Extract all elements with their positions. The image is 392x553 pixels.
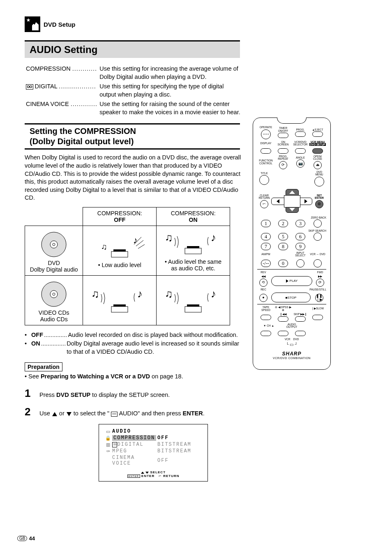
page-number: 44 [29, 535, 35, 541]
dvd-menu-button[interactable] [314, 177, 324, 187]
num-4-button[interactable]: 4 [261, 233, 271, 240]
display-button[interactable] [261, 148, 271, 154]
fwd-button[interactable]: ⟳ [316, 279, 324, 287]
label-angle: ANGLE [296, 156, 305, 159]
dvd-setup-button[interactable] [312, 148, 323, 154]
label-rec: REC [261, 288, 266, 291]
label-zero-back: ZERO BACK [257, 216, 326, 219]
setting-label-cinema-voice: CINEMA VOICE ............. [25, 100, 98, 117]
dpad-up-button[interactable] [286, 189, 299, 196]
num-7-button[interactable]: 7 [261, 243, 271, 250]
svg-text:♪: ♪ [133, 235, 138, 245]
svg-rect-18 [111, 306, 128, 312]
open-close-button[interactable]: ⏏ [314, 161, 322, 169]
dpad-center [284, 195, 300, 207]
operate-button[interactable] [261, 129, 271, 139]
svg-text:♫: ♫ [165, 231, 173, 244]
pause-still-button[interactable]: ❚❚ ❘▶ [315, 294, 323, 302]
skip-next-button[interactable] [295, 316, 306, 322]
cell-videocd-off: ♫ ♪ [83, 275, 157, 325]
svg-text:♪: ♪ [137, 288, 143, 300]
vcr-dvd-toggle-button[interactable] [314, 259, 322, 267]
dpad-left-button[interactable] [271, 198, 284, 205]
osd-val-mpeg: BITSTREAM [157, 448, 203, 454]
section-header-text: DVD Setup [44, 21, 76, 28]
osd-title: AUDIO [112, 429, 157, 434]
bullet-on: • ON ............... Dolby Digital avera… [25, 340, 242, 356]
osd-row-compression: COMPRESSION [112, 435, 156, 441]
title-button[interactable] [259, 175, 269, 185]
zero-back-button[interactable] [314, 219, 322, 228]
label-rev: REV [261, 271, 266, 274]
remote-control: OPERATE TIMER ON/OFF PROG. ▲EJECT DISPLA… [253, 118, 331, 370]
dolby-icon: DO [26, 84, 33, 90]
angle-button[interactable]: 📷 [296, 159, 304, 168]
num-2-button[interactable]: 2 [278, 220, 288, 227]
label-timer: TIMER ON/OFF [278, 127, 288, 132]
section-header: DVD Setup [25, 16, 367, 32]
svg-text:♫: ♫ [91, 288, 99, 300]
label-eject: ▲EJECT [312, 128, 323, 131]
stop-button[interactable]: ■ STOP [271, 293, 311, 302]
label-slow: SLOW [316, 307, 324, 310]
set-enter-button[interactable]: ⊙ [315, 200, 323, 208]
eject-button[interactable] [312, 131, 323, 137]
dpad-right-button[interactable] [299, 198, 312, 205]
num-1-button[interactable]: 1 [261, 220, 271, 227]
cell-dvd-off: ♫ ♪ • Low audio level [83, 226, 157, 275]
osd-row-cinema-voice: CINEMA VOICE [112, 455, 157, 466]
normal-audio-icon: ♫ ♪ [162, 230, 224, 258]
skip-prev-button[interactable] [278, 316, 288, 322]
num-3-button[interactable]: 3 [295, 220, 305, 227]
prog-button[interactable] [295, 131, 306, 137]
col-head-off: COMPRESSION:OFF [83, 207, 157, 226]
brand-logo: SHARP [257, 351, 326, 357]
osd-row-mpeg: MPEG [112, 448, 157, 454]
num-9-button[interactable]: 9 [295, 243, 305, 250]
prog-repeat-button[interactable]: ⟳ [279, 161, 287, 169]
timer-button[interactable] [278, 133, 288, 138]
label-am-pm: AM/PM [261, 253, 270, 256]
comparison-table: COMPRESSION:OFF COMPRESSION:ON DVD Dolby… [25, 207, 230, 325]
label-clear-return: CLEAR RETURN [258, 194, 270, 200]
audio-menu-icon [111, 412, 118, 417]
page-title: AUDIO Setting [25, 40, 240, 58]
label-vcr: VCR [285, 338, 291, 341]
label-skip-search: SKIP SEARCH [257, 229, 326, 232]
rev-button[interactable]: ⟲ [259, 279, 267, 287]
tape-speed-button[interactable] [261, 315, 271, 320]
cell-dvd-on: ♫ ♪ • Audio level the same as audio CD, … [157, 226, 230, 275]
am-pm-button[interactable]: -/-- [261, 260, 271, 267]
osd-val-cinema-voice: OFF [157, 458, 203, 463]
svg-rect-19 [113, 304, 126, 306]
region-badge: GB [17, 536, 27, 541]
input-select-button[interactable] [296, 259, 304, 267]
num-5-button[interactable]: 5 [278, 233, 288, 240]
down-arrow-icon [67, 412, 71, 416]
label-display: DISPLAY [261, 142, 272, 145]
vcr-dvd-selector-button[interactable] [295, 148, 306, 154]
num-6-button[interactable]: 6 [295, 233, 305, 240]
clear-return-button[interactable]: ⤺ [260, 200, 268, 208]
num-8-button[interactable]: 8 [278, 243, 288, 250]
svg-rect-23 [187, 304, 199, 306]
low-audio-icon: ♫ ♪ [93, 233, 146, 262]
label-on-screen: ON SCREEN [277, 141, 288, 146]
label-operate: OPERATE [260, 126, 272, 129]
body-text: When Dolby Digital is used to record the… [25, 154, 242, 202]
label-set-enter: SET ENTER [315, 194, 324, 200]
svg-rect-12 [187, 246, 199, 248]
dvd-setup-icon [25, 16, 40, 32]
slow-button[interactable] [312, 315, 323, 320]
ch-up-button[interactable] [278, 331, 288, 336]
settings-list: COMPRESSION ............ Use this settin… [25, 64, 242, 118]
ch-down-button[interactable] [261, 331, 271, 336]
preparation-line: • See Preparing to Watching a VCR or a D… [25, 373, 242, 380]
skip-search-button[interactable] [314, 233, 322, 241]
rec-button[interactable]: ● [259, 294, 267, 302]
num-0-button[interactable]: 0 [278, 260, 288, 267]
setting-label-compression: COMPRESSION ............ [25, 65, 98, 81]
on-screen-button[interactable] [278, 148, 288, 154]
audio-output-button[interactable] [295, 331, 306, 336]
play-button[interactable]: PLAY [271, 276, 312, 286]
